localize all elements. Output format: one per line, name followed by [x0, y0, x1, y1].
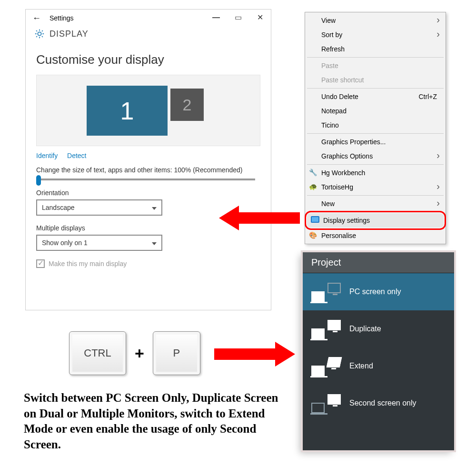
project-panel: Project PC screen only Duplicate Extend …	[303, 252, 454, 450]
scale-slider[interactable]	[36, 178, 255, 180]
settings-window: ← Settings — ▭ ✕ DISPLAY Customise your …	[25, 9, 271, 310]
back-button[interactable]: ←	[26, 13, 48, 23]
main-display-checkbox-row[interactable]: Make this my main display	[36, 259, 260, 268]
window-close-button[interactable]: ✕	[249, 10, 271, 26]
window-maximize-button[interactable]: ▭	[227, 10, 249, 26]
ctx-separator	[307, 164, 444, 165]
detect-link[interactable]: Detect	[67, 152, 86, 159]
hg-icon: 🔧	[309, 169, 317, 177]
project-extend[interactable]: Extend	[303, 347, 454, 385]
orientation-label: Orientation	[36, 189, 260, 197]
tortoise-icon: 🐢	[309, 183, 317, 191]
project-item-label: Extend	[349, 362, 373, 370]
personalise-icon: 🎨	[309, 231, 317, 240]
window-minimize-button[interactable]: —	[205, 10, 227, 26]
svg-point-0	[38, 32, 41, 35]
ctx-sort-by[interactable]: Sort by	[305, 28, 446, 42]
orientation-dropdown[interactable]: Landscape	[36, 199, 162, 216]
monitor-2-label: 2	[183, 96, 192, 114]
ctx-paste-shortcut: Paste shortcut	[305, 73, 446, 87]
ctx-separator	[307, 212, 444, 212]
page-title: Customise your display	[36, 52, 271, 67]
project-item-label: Second screen only	[349, 399, 416, 407]
settings-section-title: DISPLAY	[50, 29, 89, 39]
ctx-ticino[interactable]: Ticino	[305, 118, 446, 132]
project-panel-title: Project	[303, 252, 454, 273]
titlebar: ← Settings — ▭ ✕	[26, 10, 271, 27]
project-duplicate[interactable]: Duplicate	[303, 310, 454, 347]
undo-delete-shortcut: Ctrl+Z	[419, 93, 437, 100]
multiple-displays-dropdown[interactable]: Show only on 1	[36, 235, 162, 251]
ctrl-key: CTRL	[69, 331, 126, 375]
pc-screen-only-icon	[311, 282, 341, 302]
instruction-caption: Switch between PC Screen Only, Duplicate…	[24, 390, 286, 452]
desktop-context-menu: View Sort by Refresh Paste Paste shortcu…	[305, 12, 446, 244]
project-item-label: PC screen only	[349, 288, 401, 296]
ctx-undo-delete[interactable]: Undo DeleteCtrl+Z	[305, 89, 446, 104]
ctx-graphics-properties[interactable]: Graphics Properties...	[305, 135, 446, 149]
project-pc-screen-only[interactable]: PC screen only	[303, 273, 454, 310]
ctx-refresh[interactable]: Refresh	[305, 42, 446, 56]
keyboard-shortcut: CTRL + P	[69, 331, 200, 375]
ctx-graphics-options[interactable]: Graphics Options	[305, 149, 446, 163]
project-second-screen-only[interactable]: Second screen only	[303, 385, 454, 422]
monitor-2[interactable]: 2	[170, 89, 204, 121]
ctx-separator	[307, 88, 444, 89]
second-screen-only-icon	[311, 393, 341, 413]
gear-icon	[34, 29, 45, 39]
project-item-label: Duplicate	[349, 325, 381, 333]
ctx-view[interactable]: View	[305, 13, 446, 28]
extend-icon	[311, 356, 341, 376]
ctx-separator	[307, 195, 444, 196]
ctx-separator	[307, 133, 444, 134]
checkbox-icon[interactable]	[36, 259, 45, 268]
monitor-icon	[311, 216, 319, 225]
window-title: Settings	[48, 14, 205, 22]
ctx-personalise[interactable]: 🎨Personalise	[305, 228, 446, 243]
p-key: P	[153, 331, 200, 375]
ctx-new[interactable]: New	[305, 197, 446, 211]
ctx-notepad[interactable]: Notepad	[305, 104, 446, 118]
monitor-1-label: 1	[120, 97, 134, 125]
monitor-1[interactable]: 1	[87, 86, 168, 136]
plus-icon: +	[135, 344, 144, 363]
ctx-hg-workbench[interactable]: 🔧Hg Workbench	[305, 166, 446, 180]
duplicate-icon	[311, 319, 341, 339]
main-display-label: Make this my main display	[49, 260, 127, 268]
multiple-displays-value: Show only on 1	[42, 239, 88, 247]
orientation-value: Landscape	[42, 204, 75, 211]
monitor-layout-preview[interactable]: 1 2	[36, 75, 260, 146]
settings-header: DISPLAY	[26, 27, 271, 41]
scale-label: Change the size of text, apps and other …	[36, 166, 260, 174]
slider-thumb[interactable]	[36, 175, 41, 186]
ctx-separator	[307, 57, 444, 58]
ctx-display-settings[interactable]: Display settings	[307, 213, 444, 228]
ctx-tortoisehg[interactable]: 🐢TortoiseHg	[305, 180, 446, 194]
identify-link[interactable]: Identify	[36, 152, 58, 159]
ctx-paste: Paste	[305, 59, 446, 73]
